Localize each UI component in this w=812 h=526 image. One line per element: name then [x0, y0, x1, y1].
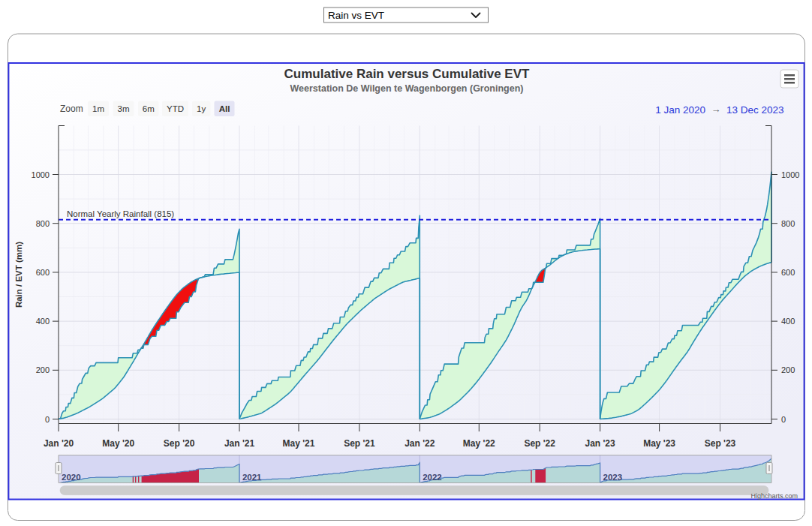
svg-text:2021: 2021 [242, 473, 262, 482]
svg-text:Zoom: Zoom [60, 104, 83, 114]
svg-text:200: 200 [36, 365, 50, 374]
svg-text:May '21: May '21 [283, 438, 315, 449]
svg-text:May '23: May '23 [643, 438, 675, 449]
svg-text:400: 400 [36, 317, 50, 326]
svg-text:400: 400 [781, 317, 795, 326]
svg-text:All: All [219, 104, 230, 113]
svg-text:Normal Yearly Rainfall (815): Normal Yearly Rainfall (815) [67, 209, 174, 218]
svg-text:Sep '20: Sep '20 [164, 438, 195, 449]
svg-text:2023: 2023 [603, 473, 623, 482]
svg-text:3m: 3m [118, 104, 130, 113]
svg-text:6m: 6m [143, 104, 155, 113]
svg-text:0: 0 [45, 415, 50, 424]
svg-text:1000: 1000 [781, 170, 799, 179]
svg-text:Sep '22: Sep '22 [524, 438, 555, 449]
svg-text:Highcharts.com: Highcharts.com [750, 492, 798, 500]
svg-text:Sep '23: Sep '23 [705, 438, 736, 449]
svg-text:May '22: May '22 [463, 438, 495, 449]
svg-text:YTD: YTD [167, 104, 184, 113]
svg-text:Jan '22: Jan '22 [404, 438, 435, 449]
svg-text:800: 800 [36, 219, 50, 228]
svg-text:Jan '21: Jan '21 [224, 438, 255, 449]
svg-text:1000: 1000 [32, 170, 50, 179]
svg-text:1m: 1m [92, 104, 104, 113]
svg-text:Rain vs EVT: Rain vs EVT [328, 10, 384, 21]
svg-text:1y: 1y [197, 104, 206, 113]
svg-text:Weerstation De Wilgen te Wagen: Weerstation De Wilgen te Wagenborgen (Gr… [290, 83, 523, 94]
svg-text:Sep '21: Sep '21 [344, 438, 375, 449]
svg-text:200: 200 [781, 365, 795, 374]
svg-text:2020: 2020 [62, 473, 81, 482]
svg-text:Jan '23: Jan '23 [585, 438, 615, 449]
svg-text:600: 600 [36, 268, 50, 277]
svg-text:Cumulative Rain versus Cumulat: Cumulative Rain versus Cumulative EVT [284, 67, 530, 81]
svg-text:May '20: May '20 [102, 438, 134, 449]
svg-text:600: 600 [781, 268, 795, 277]
svg-text:800: 800 [781, 219, 795, 228]
svg-text:Jan '20: Jan '20 [44, 438, 74, 449]
svg-text:Rain / EVT (mm): Rain / EVT (mm) [14, 242, 23, 308]
svg-text:1 Jan 2020: 1 Jan 2020 [655, 104, 705, 116]
svg-text:0: 0 [781, 415, 786, 424]
svg-text:2022: 2022 [423, 473, 442, 482]
svg-text:13 Dec 2023: 13 Dec 2023 [726, 104, 784, 116]
svg-text:→: → [711, 104, 721, 115]
